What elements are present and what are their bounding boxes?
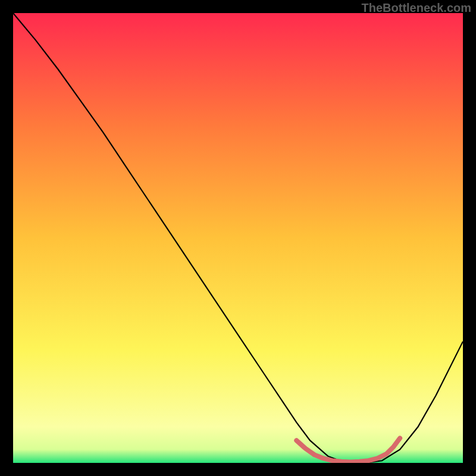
chart-svg <box>13 13 463 463</box>
chart-area <box>13 13 463 463</box>
gradient-background <box>13 13 463 463</box>
watermark-text: TheBottleneck.com <box>362 1 471 15</box>
